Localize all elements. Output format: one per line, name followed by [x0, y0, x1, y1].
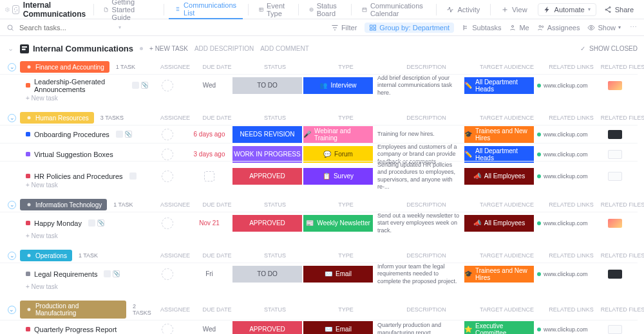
- more-actions-button[interactable]: ⋯: [629, 23, 638, 32]
- type-chip[interactable]: 👥Interview: [303, 77, 373, 94]
- related-link[interactable]: www.clickup.com: [535, 125, 592, 143]
- share-button[interactable]: Share: [599, 4, 639, 15]
- column-header[interactable]: TYPE: [310, 252, 381, 259]
- view-tab-activity[interactable]: Activity: [441, 0, 485, 19]
- add-assignee-button[interactable]: [162, 324, 173, 335]
- type-chip[interactable]: ✉️Email: [303, 266, 373, 283]
- column-header[interactable]: ASSIGNEE: [156, 252, 194, 259]
- task-row[interactable]: Quarterly Progress Report WedAPPROVED✉️E…: [0, 320, 644, 334]
- column-header[interactable]: RELATED LINKS: [542, 64, 600, 70]
- description-cell[interactable]: Send out a weekly newsletter to start ev…: [374, 212, 464, 234]
- group-pill[interactable]: Information Technology: [20, 199, 107, 210]
- view-tab-getting-started-guide[interactable]: Getting Started Guide: [99, 0, 158, 19]
- breadcrumb[interactable]: Internal Communications: [12, 1, 88, 19]
- column-header[interactable]: RELATED FILES: [600, 306, 644, 313]
- audience-chip[interactable]: 🎓Trainees and New Hires: [464, 266, 534, 283]
- status-chip[interactable]: TO DO: [232, 77, 302, 94]
- column-header[interactable]: RELATED FILES: [600, 64, 644, 70]
- related-link[interactable]: www.clickup.com: [535, 320, 592, 334]
- task-row[interactable]: Legal Requirements 📎FriTO DO✉️EmailInfor…: [0, 263, 644, 281]
- column-header[interactable]: RELATED LINKS: [542, 252, 600, 259]
- related-link[interactable]: www.clickup.com: [535, 263, 592, 285]
- task-row[interactable]: HR Policies and Procedures APPROVED📋Surv…: [0, 161, 644, 179]
- audience-chip[interactable]: 📣All Employees: [464, 168, 534, 185]
- view-tab-view[interactable]: View: [496, 0, 533, 19]
- description-cell[interactable]: Inform your team the legal requirements …: [374, 263, 464, 285]
- type-chip[interactable]: 🎤Webinar and Training: [303, 126, 373, 143]
- due-date[interactable]: Nov 21: [199, 219, 220, 227]
- collapse-toggle[interactable]: ⌄: [8, 63, 16, 71]
- column-header[interactable]: DUE DATE: [194, 64, 240, 70]
- status-chip[interactable]: APPROVED: [232, 168, 302, 185]
- due-date[interactable]: 3 days ago: [194, 151, 225, 158]
- status-square[interactable]: [26, 327, 30, 331]
- column-header[interactable]: TYPE: [310, 306, 381, 313]
- column-header[interactable]: DESCRIPTION: [381, 306, 471, 313]
- type-chip[interactable]: 💬Forum: [303, 146, 373, 163]
- add-due-date-button[interactable]: [204, 171, 214, 181]
- due-date[interactable]: Wed: [203, 326, 216, 333]
- status-chip[interactable]: APPROVED: [232, 321, 302, 335]
- assignees-button[interactable]: Assignees: [537, 24, 580, 32]
- description-cell[interactable]: Training for new hires.: [374, 125, 464, 143]
- column-header[interactable]: STATUS: [240, 252, 310, 259]
- column-header[interactable]: DUE DATE: [194, 201, 240, 208]
- task-row[interactable]: Leadership-Generated Announcements 📎WedT…: [0, 74, 644, 92]
- column-header[interactable]: STATUS: [240, 64, 310, 70]
- color-dot[interactable]: [140, 47, 143, 50]
- groupby-button[interactable]: Group by: Department: [365, 23, 454, 33]
- related-file-thumb[interactable]: [608, 325, 622, 334]
- view-tab-status-board[interactable]: Status Board: [304, 0, 346, 19]
- column-header[interactable]: ASSIGNEE: [156, 64, 194, 70]
- description-cell[interactable]: Quarterly production and manufacturing r…: [374, 320, 464, 334]
- status-chip[interactable]: WORK IN PROGRESS: [232, 146, 302, 163]
- view-tab-communications-calendar[interactable]: Communications Calendar: [357, 0, 431, 19]
- column-header[interactable]: RELATED FILES: [600, 201, 644, 208]
- column-header[interactable]: TARGET AUDIENCE: [471, 64, 542, 70]
- audience-chip[interactable]: ⭐Executive Committee: [464, 321, 534, 335]
- column-header[interactable]: RELATED FILES: [600, 115, 644, 121]
- group-pill[interactable]: Human Resources: [20, 112, 94, 124]
- add-assignee-button[interactable]: [162, 218, 173, 229]
- audience-chip[interactable]: ✏️All Department Heads: [464, 146, 534, 163]
- list-title[interactable]: Internal Communications: [20, 44, 133, 53]
- column-header[interactable]: RELATED LINKS: [542, 201, 600, 208]
- column-header[interactable]: STATUS: [240, 306, 310, 313]
- column-header[interactable]: TYPE: [310, 201, 381, 208]
- column-header[interactable]: DUE DATE: [194, 306, 240, 313]
- status-chip[interactable]: TO DO: [232, 266, 302, 283]
- add-assignee-button[interactable]: [162, 149, 173, 160]
- column-header[interactable]: STATUS: [240, 115, 310, 121]
- view-tab-communications-list[interactable]: Communications List: [169, 0, 243, 19]
- column-header[interactable]: DESCRIPTION: [381, 64, 471, 70]
- column-header[interactable]: TARGET AUDIENCE: [471, 201, 542, 208]
- collapse-toggle[interactable]: ⌄: [8, 201, 16, 209]
- column-header[interactable]: STATUS: [240, 201, 310, 208]
- column-header[interactable]: ASSIGNEE: [156, 306, 194, 313]
- collapse-toggle[interactable]: ⌄: [8, 252, 16, 260]
- status-square[interactable]: [26, 174, 30, 178]
- group-pill[interactable]: Operations: [20, 250, 72, 261]
- view-tab-event-type[interactable]: Event Type: [254, 0, 293, 19]
- column-header[interactable]: ASSIGNEE: [156, 115, 194, 121]
- new-task-button[interactable]: + NEW TASK: [149, 45, 188, 52]
- status-square[interactable]: [26, 221, 30, 225]
- add-assignee-button[interactable]: [162, 80, 173, 91]
- due-date[interactable]: 6 days ago: [194, 131, 225, 138]
- due-date[interactable]: Wed: [203, 82, 216, 89]
- add-assignee-button[interactable]: [162, 268, 173, 280]
- status-square[interactable]: [26, 132, 30, 136]
- column-header[interactable]: TYPE: [310, 115, 381, 121]
- related-file-thumb[interactable]: [608, 270, 622, 279]
- show-button[interactable]: Show ▾: [587, 24, 621, 32]
- show-closed-button[interactable]: ✓ SHOW CLOSED: [580, 45, 638, 52]
- column-header[interactable]: RELATED FILES: [600, 252, 644, 259]
- collapse-toggle[interactable]: ⌄: [8, 306, 16, 314]
- status-square[interactable]: [26, 83, 30, 88]
- audience-chip[interactable]: ✏️All Department Heads: [464, 77, 534, 94]
- related-file-thumb[interactable]: [608, 172, 622, 181]
- add-assignee-button[interactable]: [162, 129, 173, 140]
- description-cell[interactable]: Add brief description of your internal c…: [374, 74, 464, 97]
- filter-button[interactable]: Filter: [331, 24, 357, 32]
- column-header[interactable]: TARGET AUDIENCE: [471, 306, 542, 313]
